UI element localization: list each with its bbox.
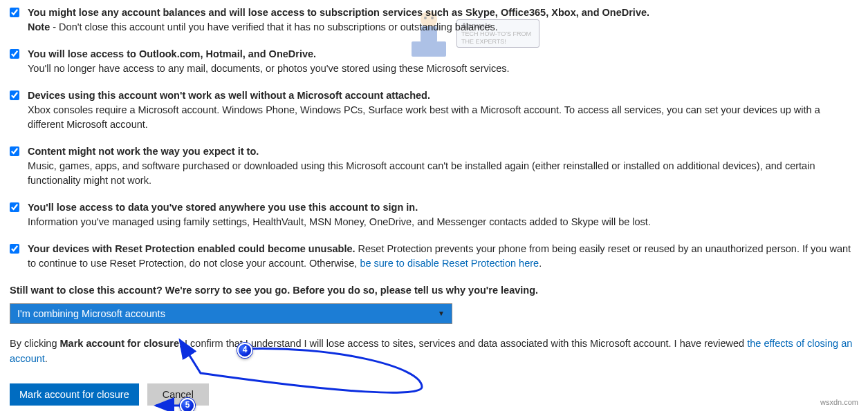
heading-devices: Devices using this account won't work as… [28,88,858,103]
chevron-down-icon: ▼ [438,309,445,319]
body-devices: Xbox consoles require a Microsoft accoun… [28,103,858,132]
reason-selected: I'm combining Microsoft accounts [17,307,165,321]
checkbox-content[interactable] [10,146,19,156]
cancel-button[interactable]: Cancel [147,383,209,406]
note-body: - Don't close this account until you hav… [50,21,498,32]
reason-dropdown[interactable]: I'm combining Microsoft accounts ▼ [10,303,452,324]
footer-watermark: wsxdn.com [820,397,858,408]
checkbox-outlook[interactable] [10,49,19,59]
watermark-tagline2: THE EXPERTS! [461,38,535,46]
body-data: Information you've managed using family … [28,215,858,229]
checklist-item-content: Content might not work the way you expec… [10,144,858,188]
checklist-item-balances: You might lose any account balances and … [10,6,858,35]
confirm-prefix: By clicking [10,338,60,349]
checkbox-devices[interactable] [10,91,19,100]
suffix-reset-protection: . [539,258,542,269]
heading-outlook: You will lose access to Outlook.com, Hot… [28,47,858,61]
heading-data: You'll lose access to data you've stored… [28,200,858,215]
body-content: Music, games, apps, and software purchas… [28,159,858,188]
heading-content: Content might not work the way you expec… [28,144,858,159]
body-outlook: You'll no longer have access to any mail… [28,61,858,76]
heading-balances: You might lose any account balances and … [28,7,649,18]
note-label: Note [28,21,50,32]
still-want-prompt: Still want to close this account? We're … [10,283,858,298]
checklist-item-data: You'll lose access to data you've stored… [10,200,858,229]
confirm-bold: Mark account for closure [60,338,179,349]
checkbox-reset-protection[interactable] [10,244,19,254]
checklist-item-outlook: You will lose access to Outlook.com, Hot… [10,47,858,76]
confirm-mid: , I confirm that I understand I will los… [179,338,747,349]
mark-account-closure-button[interactable]: Mark account for closure [10,383,139,406]
checklist-item-reset-protection: Your devices with Reset Protection enabl… [10,242,858,271]
button-row: Mark account for closure Cancel [10,383,858,406]
heading-reset-protection: Your devices with Reset Protection enabl… [28,243,355,254]
checklist-item-devices: Devices using this account won't work as… [10,88,858,132]
checkbox-data[interactable] [10,202,19,212]
checkbox-balances[interactable] [10,8,19,17]
confirm-suffix: . [45,353,48,364]
link-disable-reset-protection[interactable]: be sure to disable Reset Protection here [360,258,539,269]
confirm-text: By clicking Mark account for closure, I … [10,336,858,367]
